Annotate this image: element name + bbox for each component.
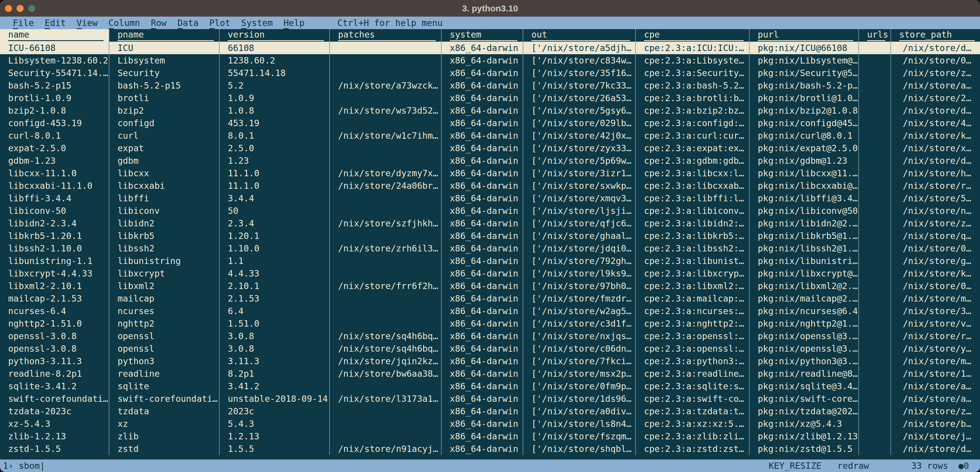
cell-pname[interactable]: curl <box>110 129 220 142</box>
cell-out[interactable]: ['/nix/store/a5djh… <box>523 42 636 54</box>
cell-purl[interactable]: pkg:nix/gdbm@1.23 <box>749 154 859 167</box>
cell-system[interactable]: x86_64-darwin <box>442 255 523 267</box>
cell-urls[interactable] <box>859 380 891 393</box>
cell-out[interactable]: ['/nix/store/3izr1… <box>523 167 636 179</box>
cell-cpe[interactable]: cpe:2.3:a:ncurses:… <box>636 305 749 317</box>
cell-version[interactable]: 6.4 <box>220 305 330 317</box>
cell-version[interactable]: 1.2.13 <box>220 430 330 443</box>
cell-system[interactable]: x86_64-darwin <box>442 292 523 305</box>
cell-pname[interactable]: expat <box>110 142 220 154</box>
cell-name[interactable]: mailcap-2.1.53 <box>0 292 110 305</box>
cell-purl[interactable]: pkg:nix/readline@8… <box>749 367 859 380</box>
cell-urls[interactable] <box>859 418 891 430</box>
cell-store_path[interactable]: /nix/store/g… <box>891 255 980 267</box>
cell-urls[interactable] <box>859 355 891 367</box>
cell-pname[interactable]: libxml2 <box>110 280 220 292</box>
cell-store_path[interactable]: /nix/store/d… <box>891 104 980 117</box>
cell-system[interactable]: x86_64-darwin <box>442 405 523 418</box>
cell-version[interactable]: 1.0.9 <box>220 92 330 104</box>
cell-patches[interactable]: /nix/store/frr6f2h… <box>330 280 442 292</box>
cell-system[interactable]: x86_64-darwin <box>442 342 523 355</box>
cell-version[interactable]: 2023c <box>220 405 330 418</box>
cell-out[interactable]: ['/nix/store/fszqm… <box>523 430 636 443</box>
cell-store_path[interactable]: /nix/store/h… <box>891 167 980 179</box>
cell-urls[interactable] <box>859 393 891 405</box>
column-header-purl[interactable]: purl <box>749 29 859 42</box>
cell-urls[interactable] <box>859 117 891 129</box>
cell-name[interactable]: libffi-3.4.4 <box>0 192 110 204</box>
cell-patches[interactable] <box>330 54 442 67</box>
cell-patches[interactable]: /nix/store/dyzmy7x… <box>330 167 442 179</box>
cell-version[interactable]: 66108 <box>220 42 330 54</box>
cell-name[interactable]: nghttp2-1.51.0 <box>0 317 110 330</box>
cell-urls[interactable] <box>859 192 891 204</box>
cell-cpe[interactable]: cpe:2.3:a:mailcap:… <box>636 292 749 305</box>
cell-out[interactable]: ['/nix/store/msx2p… <box>523 367 636 380</box>
cell-urls[interactable] <box>859 305 891 317</box>
cell-purl[interactable]: pkg:nix/sqlite@3.4… <box>749 380 859 393</box>
cell-pname[interactable]: libcxxabi <box>110 179 220 192</box>
cell-purl[interactable]: pkg:nix/mailcap@2.… <box>749 292 859 305</box>
cell-system[interactable]: x86_64-darwin <box>442 230 523 242</box>
cell-cpe[interactable]: cpe:2.3:a:python3:… <box>636 355 749 367</box>
cell-patches[interactable] <box>330 67 442 79</box>
cell-version[interactable]: 5.2 <box>220 79 330 92</box>
cell-pname[interactable]: Security <box>110 67 220 79</box>
cell-out[interactable]: ['/nix/store/792gh… <box>523 255 636 267</box>
cell-system[interactable]: x86_64-darwin <box>442 142 523 154</box>
cell-patches[interactable] <box>330 192 442 204</box>
cell-system[interactable]: x86_64-darwin <box>442 192 523 204</box>
cell-store_path[interactable]: /nix/store/a… <box>891 380 980 393</box>
cell-store_path[interactable]: /nix/store/k… <box>891 129 980 142</box>
cell-patches[interactable] <box>330 255 442 267</box>
column-header-version[interactable]: version <box>220 29 330 42</box>
cell-purl[interactable]: pkg:nix/Libsystem@… <box>749 54 859 67</box>
cell-patches[interactable]: /nix/store/ws73d52… <box>330 104 442 117</box>
cell-pname[interactable]: libkrb5 <box>110 230 220 242</box>
cell-purl[interactable]: pkg:nix/libunistri… <box>749 255 859 267</box>
cell-cpe[interactable]: cpe:2.3:a:libcxxab… <box>636 179 749 192</box>
cell-patches[interactable] <box>330 154 442 167</box>
menu-help[interactable]: Help <box>283 18 304 28</box>
cell-store_path[interactable]: /nix/store/0… <box>891 242 980 255</box>
cell-store_path[interactable]: /nix/store/d… <box>891 443 980 455</box>
menu-system[interactable]: System <box>241 18 273 28</box>
cell-pname[interactable]: Libsystem <box>110 54 220 67</box>
menu-column[interactable]: Column <box>108 18 140 28</box>
cell-cpe[interactable]: cpe:2.3:a:libiconv… <box>636 204 749 217</box>
cell-cpe[interactable]: cpe:2.3:a:brotli:b… <box>636 92 749 104</box>
cell-cpe[interactable]: cpe:2.3:a:tzdata:t… <box>636 405 749 418</box>
cell-cpe[interactable]: cpe:2.3:a:libunist… <box>636 255 749 267</box>
cell-name[interactable]: libxcrypt-4.4.33 <box>0 267 110 280</box>
cell-urls[interactable] <box>859 167 891 179</box>
cell-version[interactable]: 1.23 <box>220 154 330 167</box>
cell-patches[interactable] <box>330 292 442 305</box>
cell-purl[interactable]: pkg:nix/expat@2.5.0 <box>749 142 859 154</box>
cell-pname[interactable]: ICU <box>110 42 220 54</box>
cell-patches[interactable] <box>330 305 442 317</box>
cell-system[interactable]: x86_64-darwin <box>442 242 523 255</box>
cell-version[interactable]: 1.5.5 <box>220 443 330 455</box>
cell-store_path[interactable]: /nix/store/4… <box>891 117 980 129</box>
cell-urls[interactable] <box>859 104 891 117</box>
cell-urls[interactable] <box>859 179 891 192</box>
cell-pname[interactable]: libxcrypt <box>110 267 220 280</box>
cell-system[interactable]: x86_64-darwin <box>442 317 523 330</box>
cell-purl[interactable]: pkg:nix/libidn2@2.… <box>749 217 859 230</box>
cell-name[interactable]: openssl-3.0.8 <box>0 342 110 355</box>
cell-pname[interactable]: nghttp2 <box>110 317 220 330</box>
cell-pname[interactable]: libiconv <box>110 204 220 217</box>
cell-version[interactable]: 3.11.3 <box>220 355 330 367</box>
cell-name[interactable]: bzip2-1.0.8 <box>0 104 110 117</box>
cell-cpe[interactable]: cpe:2.3:a:ICU:ICU:… <box>636 42 749 54</box>
cell-store_path[interactable]: /nix/store/j… <box>891 430 980 443</box>
cell-purl[interactable]: pkg:nix/bzip2@1.0.8 <box>749 104 859 117</box>
cell-purl[interactable]: pkg:nix/libcxxabi@… <box>749 179 859 192</box>
cell-out[interactable]: ['/nix/store/5p69w… <box>523 154 636 167</box>
cell-out[interactable]: ['/nix/store/7kc33… <box>523 79 636 92</box>
cell-version[interactable]: 1.1 <box>220 255 330 267</box>
cell-out[interactable]: ['/nix/store/a0div… <box>523 405 636 418</box>
cell-out[interactable]: ['/nix/store/c06dn… <box>523 342 636 355</box>
cell-purl[interactable]: pkg:nix/curl@8.0.1 <box>749 129 859 142</box>
cell-name[interactable]: libcxx-11.1.0 <box>0 167 110 179</box>
